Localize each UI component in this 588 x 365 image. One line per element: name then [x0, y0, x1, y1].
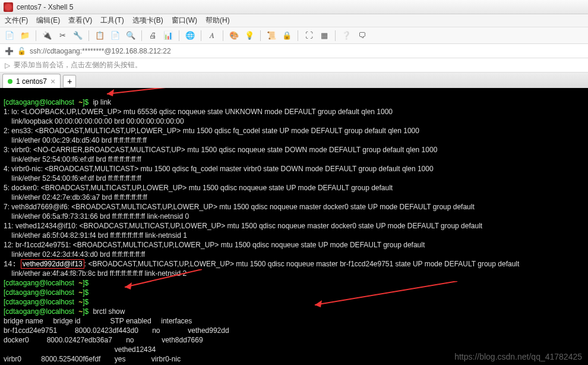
properties-icon[interactable]: 🔧 — [72, 30, 84, 42]
lock-icon[interactable]: 🔒 — [281, 30, 293, 42]
hint-text: 要添加当前会话，点击左侧的箭头按钮。 — [14, 60, 142, 70]
paste-icon[interactable]: 📄 — [109, 30, 121, 42]
find-icon[interactable]: 🔍 — [125, 30, 137, 42]
copy-icon[interactable]: 📋 — [94, 30, 106, 42]
color-icon[interactable]: 🎨 — [228, 30, 240, 42]
status-dot-icon — [8, 79, 12, 84]
annotation-arrow-3 — [309, 281, 463, 311]
separator — [201, 30, 201, 41]
svg-line-4 — [315, 281, 457, 305]
separator — [141, 30, 142, 41]
separator — [298, 30, 298, 41]
svg-marker-5 — [315, 300, 322, 307]
tab-centos7[interactable]: 1 centos7 × — [2, 74, 61, 88]
sync-icon[interactable]: 🗨 — [356, 30, 368, 42]
menu-view[interactable]: 查看(V) — [68, 15, 92, 26]
separator — [335, 30, 336, 41]
svg-marker-3 — [125, 282, 132, 290]
fullscreen-icon[interactable]: ⛶ — [303, 30, 315, 42]
menu-tab[interactable]: 选项卡(B) — [132, 15, 163, 26]
svg-marker-1 — [107, 89, 114, 96]
menu-tools[interactable]: 工具(T) — [100, 15, 124, 26]
address-text[interactable]: ssh://cdtaogang:********@192.168.88.212:… — [30, 47, 171, 55]
open-session-icon[interactable]: 📁 — [19, 30, 31, 42]
reconnect-icon[interactable]: 🔌 — [41, 30, 53, 42]
menu-help[interactable]: 帮助(H) — [206, 15, 230, 26]
app-logo-icon — [4, 2, 13, 12]
globe-icon[interactable]: 🌐 — [184, 30, 196, 42]
bookmark-icon[interactable]: ➕ — [5, 47, 14, 55]
tab-strip: 1 centos7 × + — [0, 73, 588, 88]
menu-edit[interactable]: 编辑(E) — [36, 15, 60, 26]
tile-icon[interactable]: ▦ — [318, 30, 330, 42]
highlight-icon[interactable]: 💡 — [244, 30, 255, 42]
addressbar: ➕ 🔓 ssh://cdtaogang:********@192.168.88.… — [0, 44, 588, 58]
highlighted-interface: vethed992dd@if13 — [21, 259, 84, 269]
titlebar: centos7 - Xshell 5 — [0, 0, 588, 14]
new-session-icon[interactable]: 📄 — [4, 30, 15, 42]
separator — [88, 30, 89, 41]
lock-small-icon: 🔓 — [17, 47, 26, 55]
font-icon[interactable]: 𝐴 — [206, 30, 218, 42]
separator — [260, 30, 261, 41]
new-tab-button[interactable]: + — [63, 75, 76, 88]
menu-window[interactable]: 窗口(W) — [172, 15, 197, 26]
annotation-arrow-1 — [101, 88, 220, 100]
tab-label: 1 centos7 — [16, 77, 47, 86]
watermark: https://blog.csdn.net/qq_41782425 — [454, 353, 582, 361]
script-icon[interactable]: 📜 — [265, 30, 277, 42]
terminal[interactable]: [cdtaogang@localhost ~]$ ip link 1: lo: … — [0, 88, 588, 365]
window-title: centos7 - Xshell 5 — [17, 3, 73, 11]
arrow-right-icon[interactable]: ▷ — [5, 61, 10, 70]
print-icon[interactable]: 🖨 — [147, 30, 159, 42]
menu-file[interactable]: 文件(F) — [5, 15, 28, 26]
separator — [36, 30, 36, 41]
hintbar: ▷ 要添加当前会话，点击左侧的箭头按钮。 — [0, 58, 588, 73]
disconnect-icon[interactable]: ✂ — [56, 30, 68, 42]
separator — [179, 30, 179, 41]
svg-line-0 — [107, 88, 214, 94]
close-tab-icon[interactable]: × — [50, 77, 55, 86]
separator — [223, 30, 223, 41]
menubar: 文件(F) 编辑(E) 查看(V) 工具(T) 选项卡(B) 窗口(W) 帮助(… — [0, 14, 588, 27]
transfer-icon[interactable]: 📊 — [162, 30, 174, 42]
toolbar: 📄 📁 🔌 ✂ 🔧 📋 📄 🔍 🖨 📊 🌐 𝐴 🎨 💡 📜 🔒 ⛶ ▦ ❔ 🗨 — [0, 27, 588, 44]
help-icon[interactable]: ❔ — [340, 30, 352, 42]
